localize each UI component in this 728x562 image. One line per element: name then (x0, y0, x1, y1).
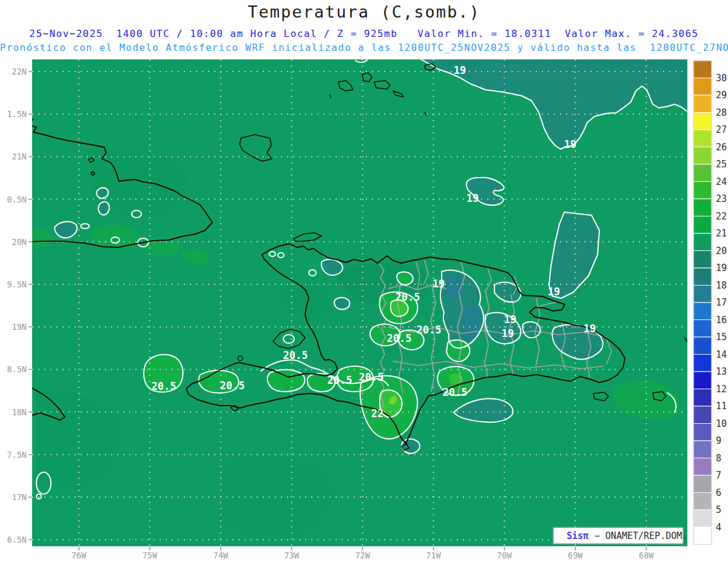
colorbar-segment (693, 527, 712, 545)
colorbar-segment (693, 216, 712, 234)
contour-value-label: 19 (504, 313, 516, 326)
colorbar-label: 18 (716, 280, 727, 291)
colorbar-segment (693, 406, 712, 424)
y-tick-label: 17N (12, 492, 27, 502)
x-tick-label: 72W (355, 550, 370, 560)
contour-value-label: 19 (548, 286, 560, 298)
colorbar-segment (693, 458, 712, 476)
contour-value-label: 20.5 (387, 332, 412, 344)
colorbar-label: 12 (716, 384, 727, 395)
colorbar-label: 7 (716, 470, 721, 481)
map-figure: 191919191919191920.520.520.520.520.520.5… (0, 0, 728, 562)
x-tick-label: 69W (568, 550, 583, 560)
colorbar-segment (693, 164, 712, 182)
y-tick-label: 19N (12, 322, 27, 332)
contour-value-label: 22 (371, 407, 383, 420)
colorbar-label: 9 (716, 435, 721, 446)
attribution-org: − ONAMET/REP.DOM. (595, 530, 688, 541)
x-axis: 76W75W74W73W72W71W70W69W68W (72, 547, 654, 560)
colorbar-label: 15 (716, 332, 727, 343)
colorbar-segment (693, 268, 712, 286)
colorbar-label: 14 (716, 349, 727, 360)
y-tick-label: 18N (12, 407, 27, 417)
y-tick-label: 7.5N (7, 450, 27, 460)
colorbar-segment (693, 182, 712, 199)
colorbar-label: 13 (716, 366, 727, 377)
x-tick-label: 70W (497, 550, 512, 560)
y-tick-label: 0.5N (7, 195, 27, 204)
y-tick-label: 8.5N (7, 364, 27, 374)
y-tick-label: 20N (12, 237, 27, 247)
colorbar-label: 8 (716, 453, 721, 464)
attribution-text: Sisπ − ONAMET/REP.DOM. (567, 530, 687, 541)
colorbar-label: 23 (716, 193, 727, 204)
colorbar-label: 20 (716, 246, 727, 256)
contour-value-label: 20.5 (152, 380, 177, 392)
colorbar-segment (693, 286, 712, 303)
contour-value-label: 20.5 (220, 380, 245, 392)
colorbar-segment (693, 389, 712, 407)
contour-value-label: 19 (454, 64, 466, 76)
y-tick-label: 9.5N (7, 279, 27, 289)
colorbar-segment (693, 475, 712, 493)
x-tick-label: 71W (426, 550, 441, 560)
colorbar-segment (693, 147, 712, 165)
colorbar-segment (693, 233, 712, 251)
contour-value-label: 20.5 (417, 324, 442, 336)
colorbar-label: 10 (716, 418, 727, 429)
colorbar-label: 6 (716, 487, 721, 498)
weather-map-page: Temperatura (C,somb.) 25−Nov−2025 1400 U… (0, 0, 728, 562)
colorbar-segment (693, 251, 712, 269)
x-tick-label: 76W (72, 550, 87, 560)
colorbar-label: 30 (716, 73, 727, 84)
x-tick-label: 75W (143, 550, 158, 560)
map-canvas: 191919191919191920.520.520.520.520.520.5… (18, 59, 687, 546)
colorbar-segment (693, 303, 712, 320)
colorbar-label: 16 (716, 315, 727, 326)
sispi-logo: Sisπ (567, 530, 588, 541)
colorbar-label: 19 (716, 263, 727, 273)
y-tick-label: 6.5N (7, 535, 27, 544)
contour-value-label: 19 (584, 323, 596, 335)
colorbar-segment (693, 95, 712, 113)
colorbar-segment (693, 61, 712, 78)
colorbar-label: 29 (716, 90, 727, 101)
contour-value-label: 19 (564, 138, 576, 150)
colorbar-segment (693, 113, 712, 130)
colorbar-segment (693, 510, 712, 527)
contour-value-label: 20.5 (443, 386, 468, 398)
y-tick-label: 22N (12, 67, 27, 76)
colorbar-label: 11 (716, 401, 727, 412)
contour-value-label: 20.5 (328, 374, 352, 386)
contour-value-label: 20.5 (359, 371, 384, 383)
contour-value-label: 19 (502, 327, 514, 340)
colorbar-label: 22 (716, 211, 727, 222)
colorbar-label: 5 (716, 504, 721, 515)
colorbar-label: 28 (716, 107, 727, 118)
colorbar-segment (693, 493, 712, 510)
colorbar: 3029282726252423222120191817161514131211… (693, 61, 727, 544)
colorbar-segment (693, 355, 712, 372)
colorbar-segment (693, 424, 712, 441)
y-tick-label: 21N (12, 152, 27, 161)
colorbar-label: 27 (716, 124, 727, 135)
colorbar-segment (693, 78, 712, 96)
x-tick-label: 68W (639, 550, 654, 560)
colorbar-label: 25 (716, 159, 727, 170)
contour-value-label: 19 (433, 278, 445, 290)
colorbar-label: 21 (716, 228, 727, 239)
x-tick-label: 73W (285, 550, 300, 560)
colorbar-label: 24 (716, 176, 727, 187)
attribution: Sisπ − ONAMET/REP.DOM. (553, 527, 687, 544)
colorbar-label: 17 (716, 297, 727, 308)
y-tick-label: 1.5N (7, 109, 27, 119)
contour-value-label: 19 (467, 192, 479, 204)
colorbar-label: 26 (716, 142, 727, 153)
contour-value-label: 20.5 (396, 291, 420, 303)
y-axis: 22N1.5N21N0.5N20N9.5N19N8.5N18N7.5N17N6.… (7, 67, 32, 544)
colorbar-segment (693, 441, 712, 458)
sea-background (32, 59, 687, 546)
colorbar-segment (693, 320, 712, 338)
colorbar-segment (693, 130, 712, 147)
colorbar-segment (693, 372, 712, 389)
